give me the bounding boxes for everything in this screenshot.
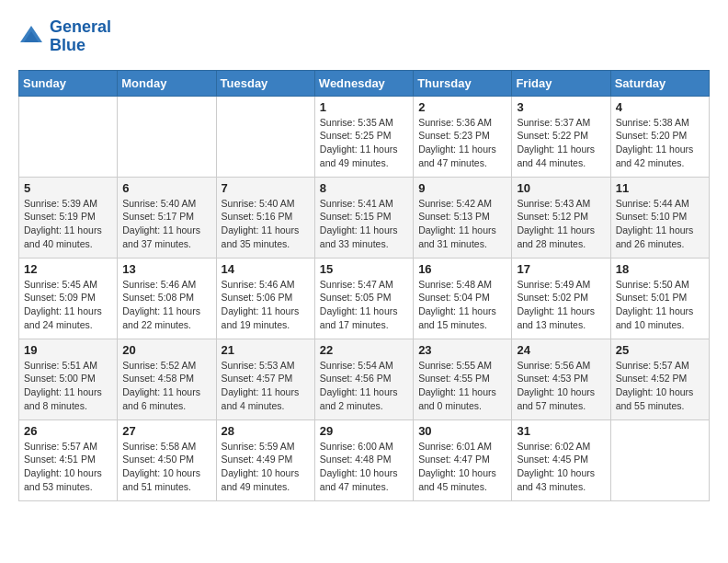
calendar-cell: 1Sunrise: 5:35 AM Sunset: 5:25 PM Daylig…: [314, 96, 413, 177]
day-number: 20: [122, 343, 210, 357]
weekday-header: Saturday: [610, 70, 709, 96]
calendar-week-row: 19Sunrise: 5:51 AM Sunset: 5:00 PM Dayli…: [19, 339, 710, 419]
day-info: Sunrise: 5:49 AM Sunset: 5:02 PM Dayligh…: [517, 278, 605, 332]
weekday-header: Wednesday: [314, 70, 413, 96]
calendar-cell: 21Sunrise: 5:53 AM Sunset: 4:57 PM Dayli…: [216, 339, 314, 419]
day-number: 17: [517, 262, 605, 276]
day-number: 3: [517, 100, 605, 114]
day-info: Sunrise: 5:52 AM Sunset: 4:58 PM Dayligh…: [122, 359, 210, 413]
day-number: 27: [122, 424, 210, 438]
calendar-week-row: 1Sunrise: 5:35 AM Sunset: 5:25 PM Daylig…: [19, 96, 710, 177]
day-number: 5: [24, 181, 112, 195]
day-number: 10: [517, 181, 605, 195]
calendar-cell: 28Sunrise: 5:59 AM Sunset: 4:49 PM Dayli…: [216, 419, 314, 500]
calendar-cell: 22Sunrise: 5:54 AM Sunset: 4:56 PM Dayli…: [314, 339, 413, 419]
calendar-cell: 14Sunrise: 5:46 AM Sunset: 5:06 PM Dayli…: [216, 258, 314, 339]
calendar-cell: 13Sunrise: 5:46 AM Sunset: 5:08 PM Dayli…: [118, 258, 216, 339]
day-number: 4: [616, 100, 704, 114]
day-number: 11: [616, 181, 704, 195]
day-info: Sunrise: 6:00 AM Sunset: 4:48 PM Dayligh…: [320, 440, 408, 494]
calendar-cell: 26Sunrise: 5:57 AM Sunset: 4:51 PM Dayli…: [19, 419, 118, 500]
day-info: Sunrise: 5:37 AM Sunset: 5:22 PM Dayligh…: [517, 116, 605, 170]
day-number: 31: [517, 424, 605, 438]
day-info: Sunrise: 5:56 AM Sunset: 4:53 PM Dayligh…: [517, 359, 605, 413]
day-info: Sunrise: 5:59 AM Sunset: 4:49 PM Dayligh…: [222, 440, 310, 494]
weekday-header: Thursday: [414, 70, 512, 96]
day-number: 29: [320, 424, 408, 438]
day-number: 12: [24, 262, 112, 276]
weekday-header: Tuesday: [216, 70, 314, 96]
day-number: 30: [418, 424, 506, 438]
calendar-week-row: 26Sunrise: 5:57 AM Sunset: 4:51 PM Dayli…: [19, 419, 710, 500]
calendar-cell: [216, 96, 314, 177]
calendar-cell: 15Sunrise: 5:47 AM Sunset: 5:05 PM Dayli…: [314, 258, 413, 339]
calendar-cell: 5Sunrise: 5:39 AM Sunset: 5:19 PM Daylig…: [19, 177, 118, 258]
calendar-cell: 29Sunrise: 6:00 AM Sunset: 4:48 PM Dayli…: [314, 419, 413, 500]
day-number: 24: [517, 343, 605, 357]
day-info: Sunrise: 5:55 AM Sunset: 4:55 PM Dayligh…: [418, 359, 506, 413]
calendar-week-row: 12Sunrise: 5:45 AM Sunset: 5:09 PM Dayli…: [19, 258, 710, 339]
logo-icon: [18, 24, 44, 50]
day-number: 7: [222, 181, 310, 195]
calendar-cell: 8Sunrise: 5:41 AM Sunset: 5:15 PM Daylig…: [314, 177, 413, 258]
day-info: Sunrise: 5:58 AM Sunset: 4:50 PM Dayligh…: [122, 440, 210, 494]
day-info: Sunrise: 5:46 AM Sunset: 5:08 PM Dayligh…: [122, 278, 210, 332]
day-number: 15: [320, 262, 408, 276]
day-info: Sunrise: 6:01 AM Sunset: 4:47 PM Dayligh…: [418, 440, 506, 494]
day-info: Sunrise: 5:36 AM Sunset: 5:23 PM Dayligh…: [418, 116, 506, 170]
calendar-cell: 20Sunrise: 5:52 AM Sunset: 4:58 PM Dayli…: [118, 339, 216, 419]
day-info: Sunrise: 5:41 AM Sunset: 5:15 PM Dayligh…: [320, 197, 408, 251]
day-info: Sunrise: 5:47 AM Sunset: 5:05 PM Dayligh…: [320, 278, 408, 332]
day-info: Sunrise: 5:53 AM Sunset: 4:57 PM Dayligh…: [222, 359, 310, 413]
calendar-cell: 11Sunrise: 5:44 AM Sunset: 5:10 PM Dayli…: [610, 177, 709, 258]
weekday-header: Friday: [512, 70, 610, 96]
weekday-header: Sunday: [19, 70, 118, 96]
calendar-cell: 3Sunrise: 5:37 AM Sunset: 5:22 PM Daylig…: [512, 96, 610, 177]
calendar-cell: [118, 96, 216, 177]
day-number: 21: [222, 343, 310, 357]
day-number: 22: [320, 343, 408, 357]
day-info: Sunrise: 5:39 AM Sunset: 5:19 PM Dayligh…: [24, 197, 112, 251]
calendar-cell: 16Sunrise: 5:48 AM Sunset: 5:04 PM Dayli…: [414, 258, 512, 339]
calendar-cell: 23Sunrise: 5:55 AM Sunset: 4:55 PM Dayli…: [414, 339, 512, 419]
day-number: 8: [320, 181, 408, 195]
day-info: Sunrise: 5:38 AM Sunset: 5:20 PM Dayligh…: [616, 116, 704, 170]
day-info: Sunrise: 5:46 AM Sunset: 5:06 PM Dayligh…: [222, 278, 310, 332]
day-number: 28: [222, 424, 310, 438]
day-info: Sunrise: 5:57 AM Sunset: 4:51 PM Dayligh…: [24, 440, 112, 494]
day-number: 9: [418, 181, 506, 195]
day-number: 18: [616, 262, 704, 276]
calendar-cell: 6Sunrise: 5:40 AM Sunset: 5:17 PM Daylig…: [118, 177, 216, 258]
calendar-cell: 17Sunrise: 5:49 AM Sunset: 5:02 PM Dayli…: [512, 258, 610, 339]
day-number: 23: [418, 343, 506, 357]
day-info: Sunrise: 5:51 AM Sunset: 5:00 PM Dayligh…: [24, 359, 112, 413]
calendar-table: SundayMondayTuesdayWednesdayThursdayFrid…: [18, 70, 710, 501]
calendar-cell: 2Sunrise: 5:36 AM Sunset: 5:23 PM Daylig…: [414, 96, 512, 177]
day-number: 1: [320, 100, 408, 114]
day-info: Sunrise: 5:44 AM Sunset: 5:10 PM Dayligh…: [616, 197, 704, 251]
page-header: General Blue: [18, 18, 710, 55]
calendar-cell: [610, 419, 709, 500]
day-number: 2: [418, 100, 506, 114]
calendar-cell: 7Sunrise: 5:40 AM Sunset: 5:16 PM Daylig…: [216, 177, 314, 258]
day-info: Sunrise: 5:40 AM Sunset: 5:17 PM Dayligh…: [122, 197, 210, 251]
weekday-header: Monday: [118, 70, 216, 96]
calendar-cell: 19Sunrise: 5:51 AM Sunset: 5:00 PM Dayli…: [19, 339, 118, 419]
calendar-header: SundayMondayTuesdayWednesdayThursdayFrid…: [19, 70, 710, 96]
day-info: Sunrise: 5:40 AM Sunset: 5:16 PM Dayligh…: [222, 197, 310, 251]
day-info: Sunrise: 5:57 AM Sunset: 4:52 PM Dayligh…: [616, 359, 704, 413]
calendar-cell: 9Sunrise: 5:42 AM Sunset: 5:13 PM Daylig…: [414, 177, 512, 258]
calendar-cell: 30Sunrise: 6:01 AM Sunset: 4:47 PM Dayli…: [414, 419, 512, 500]
day-info: Sunrise: 5:50 AM Sunset: 5:01 PM Dayligh…: [616, 278, 704, 332]
day-info: Sunrise: 5:43 AM Sunset: 5:12 PM Dayligh…: [517, 197, 605, 251]
calendar-cell: 27Sunrise: 5:58 AM Sunset: 4:50 PM Dayli…: [118, 419, 216, 500]
day-info: Sunrise: 5:45 AM Sunset: 5:09 PM Dayligh…: [24, 278, 112, 332]
calendar-cell: 24Sunrise: 5:56 AM Sunset: 4:53 PM Dayli…: [512, 339, 610, 419]
calendar-week-row: 5Sunrise: 5:39 AM Sunset: 5:19 PM Daylig…: [19, 177, 710, 258]
day-info: Sunrise: 5:48 AM Sunset: 5:04 PM Dayligh…: [418, 278, 506, 332]
day-number: 26: [24, 424, 112, 438]
calendar-cell: 12Sunrise: 5:45 AM Sunset: 5:09 PM Dayli…: [19, 258, 118, 339]
day-info: Sunrise: 6:02 AM Sunset: 4:45 PM Dayligh…: [517, 440, 605, 494]
calendar-cell: 25Sunrise: 5:57 AM Sunset: 4:52 PM Dayli…: [610, 339, 709, 419]
day-number: 14: [222, 262, 310, 276]
